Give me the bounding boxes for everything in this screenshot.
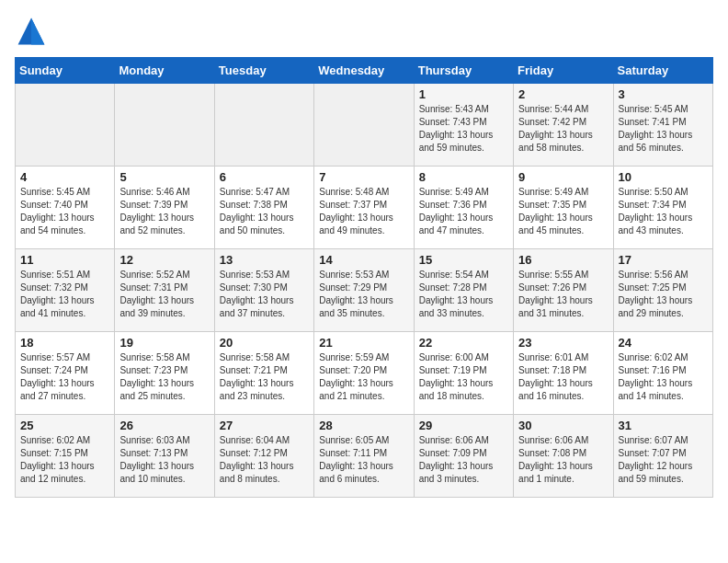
cell-day-number: 10 [619, 170, 708, 184]
cell-day-info: Sunrise: 6:06 AM Sunset: 7:09 PM Dayligh… [419, 434, 508, 486]
cell-day-info: Sunrise: 5:52 AM Sunset: 7:31 PM Dayligh… [119, 269, 209, 320]
calendar-body: 1Sunrise: 5:43 AM Sunset: 7:43 PM Daylig… [16, 84, 713, 498]
weekday-header-friday: Friday [514, 58, 613, 84]
calendar-table: SundayMondayTuesdayWednesdayThursdayFrid… [15, 57, 713, 498]
table-row: 1Sunrise: 5:43 AM Sunset: 7:43 PM Daylig… [414, 84, 513, 167]
cell-day-number: 4 [20, 170, 109, 184]
table-row: 7Sunrise: 5:48 AM Sunset: 7:37 PM Daylig… [314, 167, 414, 249]
calendar-week-1: 1Sunrise: 5:43 AM Sunset: 7:43 PM Daylig… [16, 84, 713, 167]
cell-day-number: 18 [20, 336, 109, 350]
cell-day-info: Sunrise: 6:05 AM Sunset: 7:11 PM Dayligh… [319, 434, 408, 486]
cell-day-info: Sunrise: 5:56 AM Sunset: 7:25 PM Dayligh… [619, 269, 708, 320]
table-row: 6Sunrise: 5:47 AM Sunset: 7:38 PM Daylig… [214, 167, 313, 249]
cell-day-number: 15 [419, 253, 508, 267]
cell-day-info: Sunrise: 5:49 AM Sunset: 7:36 PM Dayligh… [419, 186, 508, 237]
weekday-header-sunday: Sunday [16, 58, 115, 84]
cell-day-info: Sunrise: 5:53 AM Sunset: 7:30 PM Dayligh… [220, 269, 309, 320]
cell-day-info: Sunrise: 5:44 AM Sunset: 7:42 PM Dayligh… [518, 103, 608, 155]
cell-day-info: Sunrise: 6:02 AM Sunset: 7:15 PM Dayligh… [20, 434, 109, 486]
cell-day-info: Sunrise: 5:58 AM Sunset: 7:23 PM Dayligh… [119, 351, 209, 403]
cell-day-number: 2 [518, 87, 608, 101]
cell-day-info: Sunrise: 5:51 AM Sunset: 7:32 PM Dayligh… [20, 269, 109, 320]
table-row [214, 84, 313, 167]
logo-icon [15, 15, 48, 48]
logo [15, 15, 51, 48]
cell-day-number: 11 [20, 253, 109, 267]
table-row: 21Sunrise: 5:59 AM Sunset: 7:20 PM Dayli… [314, 332, 414, 415]
table-row: 31Sunrise: 6:07 AM Sunset: 7:07 PM Dayli… [613, 415, 712, 498]
cell-day-number: 22 [419, 336, 508, 350]
cell-day-info: Sunrise: 5:45 AM Sunset: 7:40 PM Dayligh… [20, 186, 109, 237]
table-row: 27Sunrise: 6:04 AM Sunset: 7:12 PM Dayli… [214, 415, 313, 498]
table-row: 3Sunrise: 5:45 AM Sunset: 7:41 PM Daylig… [613, 84, 712, 167]
table-row: 5Sunrise: 5:46 AM Sunset: 7:39 PM Daylig… [115, 167, 214, 249]
cell-day-number: 7 [319, 170, 408, 184]
cell-day-info: Sunrise: 5:53 AM Sunset: 7:29 PM Dayligh… [319, 269, 408, 320]
cell-day-number: 8 [419, 170, 508, 184]
table-row: 17Sunrise: 5:56 AM Sunset: 7:25 PM Dayli… [613, 249, 712, 332]
cell-day-info: Sunrise: 6:03 AM Sunset: 7:13 PM Dayligh… [119, 434, 209, 486]
cell-day-number: 23 [518, 336, 608, 350]
table-row: 13Sunrise: 5:53 AM Sunset: 7:30 PM Dayli… [214, 249, 313, 332]
cell-day-info: Sunrise: 5:43 AM Sunset: 7:43 PM Dayligh… [419, 103, 508, 155]
calendar-header: SundayMondayTuesdayWednesdayThursdayFrid… [16, 58, 713, 84]
weekday-header-saturday: Saturday [613, 58, 712, 84]
weekday-header-wednesday: Wednesday [314, 58, 414, 84]
table-row: 8Sunrise: 5:49 AM Sunset: 7:36 PM Daylig… [414, 167, 513, 249]
cell-day-number: 25 [20, 419, 109, 432]
cell-day-number: 24 [619, 336, 708, 350]
cell-day-info: Sunrise: 5:59 AM Sunset: 7:20 PM Dayligh… [319, 351, 408, 403]
table-row: 29Sunrise: 6:06 AM Sunset: 7:09 PM Dayli… [414, 415, 513, 498]
table-row [115, 84, 214, 167]
cell-day-number: 21 [319, 336, 408, 350]
cell-day-number: 29 [419, 419, 508, 432]
cell-day-number: 12 [119, 253, 209, 267]
cell-day-number: 1 [419, 87, 508, 101]
table-row [16, 84, 115, 167]
svg-marker-1 [31, 18, 44, 45]
cell-day-info: Sunrise: 5:57 AM Sunset: 7:24 PM Dayligh… [20, 351, 109, 403]
table-row: 28Sunrise: 6:05 AM Sunset: 7:11 PM Dayli… [314, 415, 414, 498]
table-row: 16Sunrise: 5:55 AM Sunset: 7:26 PM Dayli… [514, 249, 613, 332]
calendar-week-5: 25Sunrise: 6:02 AM Sunset: 7:15 PM Dayli… [16, 415, 713, 498]
weekday-header-monday: Monday [115, 58, 214, 84]
cell-day-number: 31 [619, 419, 708, 432]
cell-day-info: Sunrise: 6:01 AM Sunset: 7:18 PM Dayligh… [518, 351, 608, 403]
table-row: 10Sunrise: 5:50 AM Sunset: 7:34 PM Dayli… [613, 167, 712, 249]
table-row: 14Sunrise: 5:53 AM Sunset: 7:29 PM Dayli… [314, 249, 414, 332]
cell-day-info: Sunrise: 5:47 AM Sunset: 7:38 PM Dayligh… [220, 186, 309, 237]
table-row: 30Sunrise: 6:06 AM Sunset: 7:08 PM Dayli… [514, 415, 613, 498]
page-header [15, 15, 713, 48]
cell-day-number: 27 [220, 419, 309, 432]
cell-day-info: Sunrise: 6:02 AM Sunset: 7:16 PM Dayligh… [619, 351, 708, 403]
cell-day-info: Sunrise: 5:46 AM Sunset: 7:39 PM Dayligh… [119, 186, 209, 237]
cell-day-info: Sunrise: 5:54 AM Sunset: 7:28 PM Dayligh… [419, 269, 508, 320]
weekday-header-tuesday: Tuesday [214, 58, 313, 84]
table-row: 18Sunrise: 5:57 AM Sunset: 7:24 PM Dayli… [16, 332, 115, 415]
cell-day-number: 16 [518, 253, 608, 267]
cell-day-info: Sunrise: 5:49 AM Sunset: 7:35 PM Dayligh… [518, 186, 608, 237]
cell-day-number: 26 [119, 419, 209, 432]
cell-day-info: Sunrise: 5:58 AM Sunset: 7:21 PM Dayligh… [220, 351, 309, 403]
cell-day-number: 20 [220, 336, 309, 350]
cell-day-number: 19 [119, 336, 209, 350]
calendar-week-3: 11Sunrise: 5:51 AM Sunset: 7:32 PM Dayli… [16, 249, 713, 332]
table-row: 12Sunrise: 5:52 AM Sunset: 7:31 PM Dayli… [115, 249, 214, 332]
table-row: 9Sunrise: 5:49 AM Sunset: 7:35 PM Daylig… [514, 167, 613, 249]
cell-day-number: 3 [619, 87, 708, 101]
cell-day-info: Sunrise: 6:00 AM Sunset: 7:19 PM Dayligh… [419, 351, 508, 403]
cell-day-number: 5 [119, 170, 209, 184]
cell-day-number: 9 [518, 170, 608, 184]
table-row: 25Sunrise: 6:02 AM Sunset: 7:15 PM Dayli… [16, 415, 115, 498]
cell-day-info: Sunrise: 5:50 AM Sunset: 7:34 PM Dayligh… [619, 186, 708, 237]
table-row: 24Sunrise: 6:02 AM Sunset: 7:16 PM Dayli… [613, 332, 712, 415]
cell-day-number: 30 [518, 419, 608, 432]
cell-day-info: Sunrise: 5:45 AM Sunset: 7:41 PM Dayligh… [619, 103, 708, 155]
calendar-week-2: 4Sunrise: 5:45 AM Sunset: 7:40 PM Daylig… [16, 167, 713, 249]
table-row: 23Sunrise: 6:01 AM Sunset: 7:18 PM Dayli… [514, 332, 613, 415]
table-row: 26Sunrise: 6:03 AM Sunset: 7:13 PM Dayli… [115, 415, 214, 498]
table-row: 4Sunrise: 5:45 AM Sunset: 7:40 PM Daylig… [16, 167, 115, 249]
cell-day-number: 13 [220, 253, 309, 267]
cell-day-number: 14 [319, 253, 408, 267]
table-row: 15Sunrise: 5:54 AM Sunset: 7:28 PM Dayli… [414, 249, 513, 332]
